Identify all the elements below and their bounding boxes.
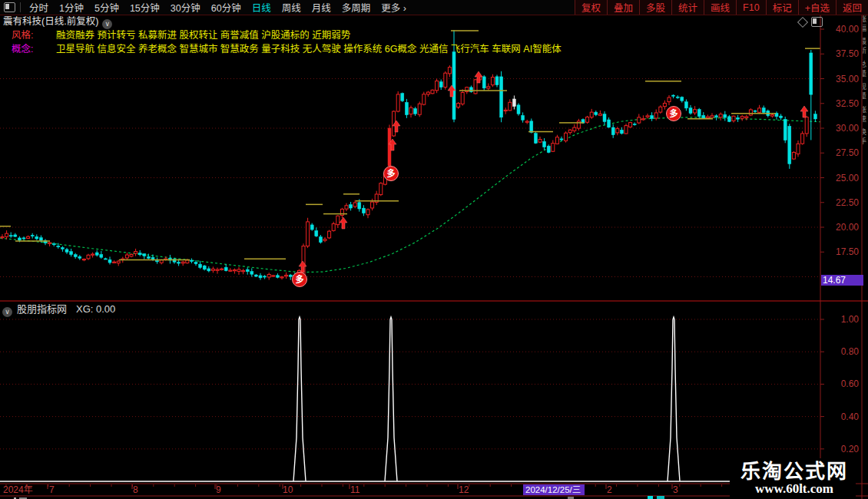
buy-arrow-marker xyxy=(800,106,808,117)
price-axis-label: 20.00 xyxy=(821,222,859,233)
indicator-spike xyxy=(668,317,680,481)
concept-label: 概念: xyxy=(12,44,33,55)
title-corner-icons xyxy=(799,17,823,27)
indicator-axis-label: 0.80 xyxy=(821,346,859,357)
badge-glyph: 多 xyxy=(296,274,304,284)
watermark: 乐淘公式网 www.60lt.com xyxy=(730,458,856,499)
indicator-axis-label: 0.60 xyxy=(821,378,859,389)
indicator-axis-label: 0.40 xyxy=(821,411,859,422)
chart-canvas[interactable]: 多多多 xyxy=(0,0,868,499)
buy-arrow-marker xyxy=(340,217,347,229)
indicator-value: XG: 0.00 xyxy=(76,303,115,315)
indicator-header: ∨股朋指标网XG: 0.00 xyxy=(2,303,115,317)
min-price-tag: 14.67 xyxy=(821,275,863,286)
crosshair-date-tag: 2024/12/25/三 xyxy=(523,484,585,495)
chevron-down-icon[interactable]: ∨ xyxy=(102,19,112,29)
date-axis-label: 10 xyxy=(283,484,293,495)
date-axis-label: 11 xyxy=(350,484,359,495)
right-edge-strip[interactable]: 涨幅 最新 总量 现量 涨速 换手 xyxy=(863,15,868,497)
style-tags: 融资融券 预计转亏 私募新进 股权转让 商誉减值 沪股通标的 近期弱势 xyxy=(56,30,350,41)
date-axis-label: 7 xyxy=(49,484,55,495)
price-axis-label: 32.50 xyxy=(821,98,859,109)
indicator-spike xyxy=(385,317,397,481)
watermark-url: www.60lt.com xyxy=(740,482,848,496)
indicator-spike xyxy=(293,317,306,481)
price-axis-label: 37.50 xyxy=(821,48,859,59)
concept-tags: 卫星导航 信息安全 养老概念 智慧城市 智慧政务 量子科技 无人驾驶 操作系统 … xyxy=(56,44,562,55)
price-axis-label: 30.00 xyxy=(821,123,859,134)
date-axis-label: 8 xyxy=(133,484,138,495)
price-axis-label: 27.50 xyxy=(821,147,859,158)
chart-title-row: 震有科技(日线.前复权)∨ xyxy=(3,16,112,29)
chevron-down-icon[interactable]: ∨ xyxy=(2,307,12,317)
style-label: 风格: xyxy=(12,30,33,41)
date-axis-label: 12 xyxy=(459,484,469,495)
indicator-name: 股朋指标网 xyxy=(17,303,67,315)
watermark-site-name: 乐淘公式网 xyxy=(740,461,848,482)
chart-title: 震有科技(日线.前复权) xyxy=(3,16,98,27)
price-axis-label: 17.50 xyxy=(821,246,859,257)
diamond-icon[interactable] xyxy=(797,16,808,27)
indicator-axis-label: 1.00 xyxy=(821,314,859,325)
date-axis-label: 2 xyxy=(607,484,612,495)
price-axis-label: 40.00 xyxy=(821,24,859,35)
date-axis-label: 2024年 xyxy=(3,484,33,495)
price-axis-label: 35.00 xyxy=(821,74,859,84)
panel-toggle-icon[interactable] xyxy=(811,17,823,27)
concept-tags-row: 概念: 卫星导航 信息安全 养老概念 智慧城市 智慧政务 量子科技 无人驾驶 操… xyxy=(12,44,562,55)
indicator-axis-label: 0.20 xyxy=(821,444,859,454)
badge-glyph: 多 xyxy=(387,168,396,178)
badge-glyph: 多 xyxy=(670,108,678,118)
tdx-window: 多多多 分时1分钟5分钟15分钟30分钟60分钟日线周线月线多周期更多 › 复权… xyxy=(0,0,868,499)
date-axis-label: 3 xyxy=(673,484,678,495)
date-axis-label: 9 xyxy=(216,484,221,495)
price-axis-label: 25.00 xyxy=(821,173,859,183)
style-tags-row: 风格: 融资融券 预计转亏 私募新进 股权转让 商誉减值 沪股通标的 近期弱势 xyxy=(12,30,350,41)
price-axis-label: 22.50 xyxy=(821,197,859,208)
